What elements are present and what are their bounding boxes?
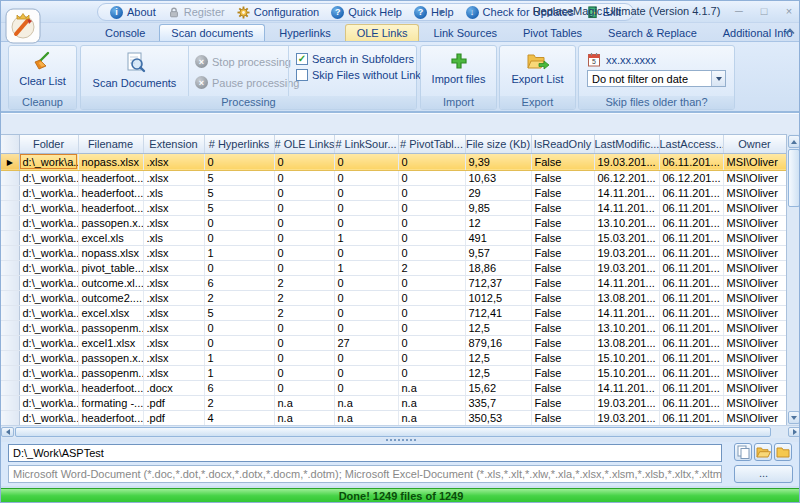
cell[interactable]: .xlsx (143, 365, 204, 380)
cell[interactable]: 5 (204, 305, 274, 320)
cell[interactable]: 0 (398, 320, 465, 335)
cell[interactable]: False (531, 290, 594, 305)
folder-button[interactable] (774, 443, 792, 461)
cell[interactable]: 06.11.201... (659, 185, 723, 200)
cell[interactable]: 12,5 (465, 320, 531, 335)
row-selector[interactable] (1, 290, 19, 305)
cell[interactable]: 0 (274, 153, 334, 170)
cell[interactable]: d:\_work\a... (19, 335, 78, 350)
cell[interactable]: 06.11.201... (659, 410, 723, 425)
cell[interactable]: headerfoot... (78, 380, 143, 395)
cell[interactable]: 9,57 (465, 245, 531, 260)
cell[interactable]: 5 (204, 185, 274, 200)
menu-item-help[interactable]: ? Help (410, 4, 458, 20)
horizontal-scrollbar[interactable] (1, 425, 800, 438)
column-header[interactable]: # OLE Links (274, 135, 334, 153)
file-type-filter[interactable]: Microsoft Word-Document (*.doc,*.dot,*.d… (8, 465, 722, 483)
cell[interactable]: 0 (274, 215, 334, 230)
cell[interactable]: 1012,5 (465, 290, 531, 305)
cell[interactable]: MSI\Oliver (723, 230, 786, 245)
cell[interactable]: 712,41 (465, 305, 531, 320)
cell[interactable]: 879,16 (465, 335, 531, 350)
cell[interactable]: 06.11.201... (659, 365, 723, 380)
cell[interactable]: excel1.xlsx (78, 335, 143, 350)
cell[interactable]: .xlsx (143, 215, 204, 230)
cell[interactable]: MSI\Oliver (723, 290, 786, 305)
cell[interactable]: 14.11.201... (594, 275, 659, 290)
cell[interactable]: 06.11.201... (659, 260, 723, 275)
cell[interactable]: 0 (398, 185, 465, 200)
cell[interactable]: MSI\Oliver (723, 380, 786, 395)
cell[interactable]: d:\_work\a... (19, 245, 78, 260)
copy-path-button[interactable] (734, 443, 752, 461)
cell[interactable]: 13.08.201... (594, 335, 659, 350)
row-selector[interactable] (1, 275, 19, 290)
cell[interactable]: 4 (204, 410, 274, 425)
cell[interactable]: 06.12.201... (659, 170, 723, 185)
checkbox-search-in-subfolders[interactable]: ✓ Search in Subfolders (296, 51, 416, 67)
cell[interactable]: 15,62 (465, 380, 531, 395)
cell[interactable]: False (531, 215, 594, 230)
scroll-left-icon[interactable] (1, 427, 14, 437)
cell[interactable]: 0 (274, 320, 334, 335)
row-selector[interactable] (1, 305, 19, 320)
cell[interactable]: 0 (398, 365, 465, 380)
cell[interactable]: 9,85 (465, 200, 531, 215)
cell[interactable]: 19.03.201... (594, 395, 659, 410)
cell[interactable]: 19.03.201... (594, 410, 659, 425)
table-row[interactable]: d:\_work\a...passopenm....xlsx100012,5Fa… (1, 365, 786, 380)
cell[interactable]: d:\_work\a... (19, 170, 78, 185)
cell[interactable]: 2 (274, 305, 334, 320)
cell[interactable]: nopass.xlsx (78, 245, 143, 260)
cell[interactable]: headerfoot... (78, 200, 143, 215)
cell[interactable]: 06.12.201... (594, 170, 659, 185)
row-selector[interactable] (1, 200, 19, 215)
cell[interactable]: n.a (398, 380, 465, 395)
cell[interactable]: 14.11.201... (594, 380, 659, 395)
cell[interactable]: 0 (334, 215, 398, 230)
cell[interactable]: 0 (274, 170, 334, 185)
cell[interactable]: 06.11.201... (659, 215, 723, 230)
cell[interactable]: passopenm... (78, 320, 143, 335)
column-header[interactable]: File size (Kb) (465, 135, 531, 153)
cell[interactable]: 19.03.201... (594, 245, 659, 260)
cell[interactable]: 06.11.201... (659, 305, 723, 320)
cell[interactable]: .xlsx (143, 170, 204, 185)
table-row[interactable]: d:\_work\a...excel.xls.xls0010491False15… (1, 230, 786, 245)
clear-list-button[interactable]: Clear List (9, 46, 76, 96)
cell[interactable]: 0 (204, 320, 274, 335)
cell[interactable]: 06.11.201... (659, 245, 723, 260)
cell[interactable]: False (531, 230, 594, 245)
row-selector[interactable] (1, 260, 19, 275)
table-row[interactable]: d:\_work\a...headerfoot....xlsx500010,63… (1, 170, 786, 185)
cell[interactable]: 18,86 (465, 260, 531, 275)
column-header[interactable]: Filename (78, 135, 143, 153)
cell[interactable]: 0 (334, 380, 398, 395)
row-selector[interactable] (1, 335, 19, 350)
browse-button[interactable]: ... (734, 465, 793, 483)
row-selector[interactable] (1, 380, 19, 395)
tab-search-replace[interactable]: Search & Replace (596, 24, 709, 41)
checkbox-skip-files-without-links[interactable]: ✓ Skip Files without Links (296, 67, 416, 83)
pause-processing-button[interactable]: × Pause processing (195, 74, 288, 91)
cell[interactable]: outcome2.... (78, 290, 143, 305)
cell[interactable]: 06.11.201... (659, 275, 723, 290)
date-field[interactable]: xx.xx.xxxx (606, 54, 656, 66)
menu-item-configuration[interactable]: Configuration (233, 4, 323, 20)
cell[interactable]: 13.08.201... (594, 290, 659, 305)
cell[interactable]: MSI\Oliver (723, 185, 786, 200)
cell[interactable]: 15.03.201... (594, 230, 659, 245)
cell[interactable]: 14.11.201... (594, 305, 659, 320)
row-selector[interactable] (1, 185, 19, 200)
column-header[interactable]: LastAccess... (659, 135, 723, 153)
cell[interactable]: False (531, 245, 594, 260)
scan-documents-button[interactable]: Scan Documents (81, 46, 188, 96)
cell[interactable]: 0 (334, 170, 398, 185)
table-row[interactable]: d:\_work\a...headerfoot....pdf4n.an.an.a… (1, 410, 786, 425)
cell[interactable]: False (531, 365, 594, 380)
table-row[interactable]: d:\_work\a...nopass.xlsx.xlsx10009,57Fal… (1, 245, 786, 260)
cell[interactable]: .xlsx (143, 350, 204, 365)
cell[interactable]: .docx (143, 380, 204, 395)
cell[interactable]: headerfoot... (78, 410, 143, 425)
table-row[interactable]: d:\_work\a...headerfoot....xlsx50009,85F… (1, 200, 786, 215)
